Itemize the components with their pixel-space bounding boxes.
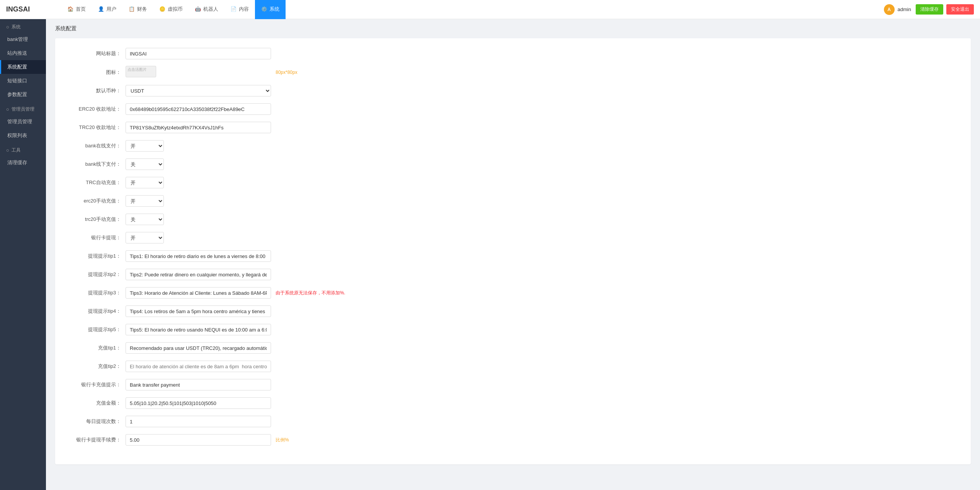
input-recharge-tip1[interactable] — [126, 342, 271, 354]
control-website-title — [126, 48, 271, 59]
sidebar-item-shortcut[interactable]: 短链接口 — [0, 74, 46, 88]
control-trc-auto: 开 关 — [126, 177, 271, 188]
sidebar: ○ 系统 bank管理 站内推送 系统配置 短链接口 参数配置 ○ 管理员管理 … — [0, 19, 46, 490]
nav-home[interactable]: 🏠 首页 — [61, 0, 92, 19]
select-bank-online[interactable]: 开 关 — [126, 140, 164, 152]
control-tip4 — [126, 305, 271, 317]
input-recharge-amount[interactable] — [126, 397, 271, 409]
row-bank-withdraw-fee: 银行卡提现手续费： 比例% — [64, 434, 962, 446]
input-website-title[interactable] — [126, 48, 271, 59]
input-trc20[interactable] — [126, 122, 271, 133]
select-bank-offline[interactable]: 关 开 — [126, 158, 164, 170]
select-erc20-manual[interactable]: 开 关 — [126, 195, 164, 207]
control-erc20 — [126, 103, 271, 115]
robot-icon: 🤖 — [195, 6, 201, 12]
nav-user[interactable]: 👤 用户 — [92, 0, 122, 19]
form-card: 网站标题： 图标： 点击活图片 80px*80px 默认币种： — [55, 38, 971, 464]
sidebar-item-admins[interactable]: 管理员管理 — [0, 115, 46, 129]
system-icon: ⚙️ — [261, 6, 267, 12]
row-daily-withdraw: 每日提现次数： — [64, 415, 962, 428]
row-erc20-manual: erc20手动充值： 开 关 — [64, 195, 962, 207]
label-recharge-tip2: 充值tip2： — [64, 363, 126, 370]
circle-icon-admin: ○ — [6, 106, 9, 112]
row-bank-online: bank在线支付： 开 关 — [64, 140, 962, 152]
control-bank-online: 开 关 — [126, 140, 271, 152]
label-bank-withdraw-fee: 银行卡提现手续费： — [64, 436, 126, 443]
tip3-hint: 由于系统原无法保存，不用添加%. — [276, 290, 345, 296]
nav-system[interactable]: ⚙️ 系统 — [255, 0, 286, 19]
input-tip5[interactable] — [126, 324, 271, 335]
sidebar-item-params[interactable]: 参数配置 — [0, 88, 46, 101]
logout-button[interactable]: 安全退出 — [946, 4, 974, 15]
row-tip1: 提现提示tip1： — [64, 250, 962, 262]
sidebar-item-permissions[interactable]: 权限列表 — [0, 129, 46, 142]
control-bank-offline: 关 开 — [126, 158, 271, 170]
row-recharge-amount: 充值金额： — [64, 397, 962, 409]
sidebar-item-clean[interactable]: 清理缓存 — [0, 156, 46, 170]
input-bank-recharge-tip[interactable] — [126, 379, 271, 390]
label-bank-recharge-tip: 银行卡充值提示： — [64, 381, 126, 388]
input-daily-withdraw[interactable] — [126, 416, 271, 427]
icon-hint: 80px*80px — [276, 70, 297, 75]
select-trc-auto[interactable]: 开 关 — [126, 177, 164, 188]
row-currency: 默认币种： USDT BTC ETH — [64, 85, 962, 97]
label-tip2: 提现提示tip2： — [64, 271, 126, 278]
nav-finance[interactable]: 📋 财务 — [122, 0, 153, 19]
input-tip1[interactable] — [126, 250, 271, 262]
control-currency: USDT BTC ETH — [126, 85, 271, 96]
content-icon: 📄 — [230, 6, 237, 12]
nav-robot[interactable]: 🤖 机器人 — [189, 0, 224, 19]
sidebar-item-push[interactable]: 站内推送 — [0, 46, 46, 60]
row-tip4: 提现提示tip4： — [64, 305, 962, 317]
top-nav: INGSAI 🏠 首页 👤 用户 📋 财务 🪙 虚拟币 🤖 机器人 📄 内容 ⚙… — [0, 0, 980, 19]
row-bank-recharge-tip: 银行卡充值提示： — [64, 379, 962, 391]
label-tip4: 提现提示tip4： — [64, 308, 126, 315]
control-trc20-manual: 关 开 — [126, 214, 271, 225]
control-recharge-tip2 — [126, 361, 271, 372]
input-tip4[interactable] — [126, 305, 271, 317]
control-bank-withdraw: 开 关 — [126, 232, 271, 243]
label-erc20: ERC20 收款地址： — [64, 106, 126, 113]
input-tip3[interactable] — [126, 287, 271, 299]
control-erc20-manual: 开 关 — [126, 195, 271, 207]
label-website-title: 网站标题： — [64, 50, 126, 57]
icon-upload[interactable]: 点击活图片 — [126, 66, 156, 77]
input-recharge-tip2[interactable] — [126, 361, 271, 372]
label-recharge-amount: 充值金额： — [64, 400, 126, 407]
top-right: A admin 清除缓存 安全退出 — [884, 4, 974, 15]
row-tip5: 提现提示tip5： — [64, 323, 962, 336]
sidebar-item-config[interactable]: 系统配置 — [0, 60, 46, 74]
label-trc-auto: TRC自动充值： — [64, 179, 126, 186]
sidebar-section-admin: ○ 管理员管理 — [0, 101, 46, 115]
row-trc20: TRC20 收款地址： — [64, 121, 962, 134]
input-tip2[interactable] — [126, 269, 271, 280]
sidebar-section-tools: ○ 工具 — [0, 142, 46, 156]
label-currency: 默认币种： — [64, 87, 126, 94]
label-bank-withdraw: 银行卡提现： — [64, 234, 126, 241]
icon-upload-text: 点击活图片 — [126, 67, 148, 72]
nav-crypto[interactable]: 🪙 虚拟币 — [153, 0, 189, 19]
control-bank-withdraw-fee — [126, 434, 271, 446]
label-tip3: 提现提示tip3： — [64, 289, 126, 296]
row-bank-withdraw: 银行卡提现： 开 关 — [64, 232, 962, 244]
row-trc20-manual: trc20手动充值： 关 开 — [64, 213, 962, 225]
sidebar-item-bank[interactable]: bank管理 — [0, 33, 46, 46]
control-tip1 — [126, 250, 271, 262]
nav-content[interactable]: 📄 内容 — [224, 0, 255, 19]
row-recharge-tip1: 充值tip1： — [64, 342, 962, 354]
select-currency[interactable]: USDT BTC ETH — [126, 85, 271, 96]
row-icon: 图标： 点击活图片 80px*80px — [64, 66, 962, 78]
input-erc20[interactable] — [126, 103, 271, 115]
select-bank-withdraw[interactable]: 开 关 — [126, 232, 164, 243]
nav-items: 🏠 首页 👤 用户 📋 财务 🪙 虚拟币 🤖 机器人 📄 内容 ⚙️ 系统 — [61, 0, 884, 19]
label-bank-online: bank在线支付： — [64, 142, 126, 149]
label-trc20: TRC20 收款地址： — [64, 124, 126, 131]
select-trc20-manual[interactable]: 关 开 — [126, 214, 164, 225]
control-recharge-tip1 — [126, 342, 271, 354]
control-daily-withdraw — [126, 416, 271, 427]
row-erc20: ERC20 收款地址： — [64, 103, 962, 115]
bank-withdraw-fee-hint: 比例% — [276, 437, 289, 443]
control-recharge-amount — [126, 397, 271, 409]
save-clean-button[interactable]: 清除缓存 — [916, 4, 943, 15]
input-bank-withdraw-fee[interactable] — [126, 434, 271, 446]
